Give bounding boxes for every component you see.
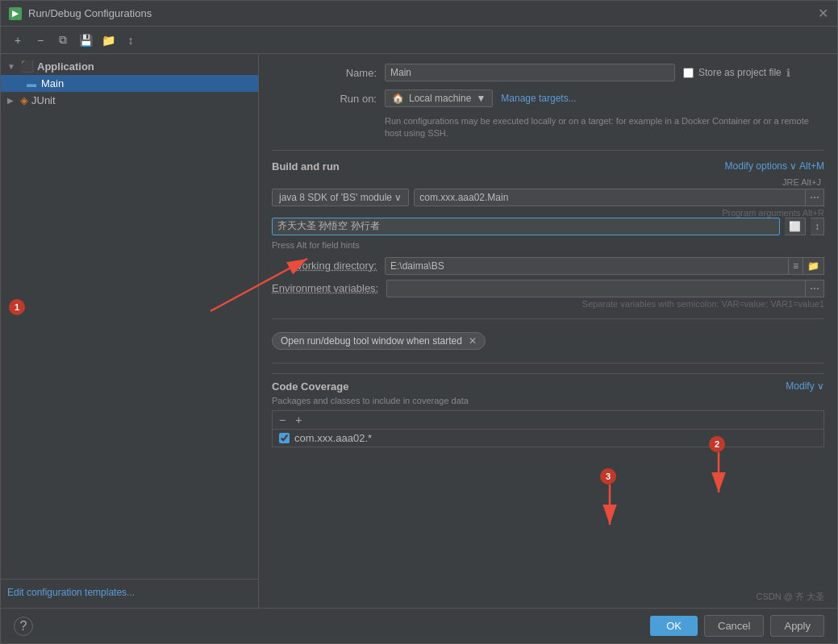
remove-config-button[interactable]: −	[31, 31, 49, 49]
save-config-button[interactable]: 💾	[77, 31, 94, 49]
program-args-hint-label: Program arguments Alt+R	[722, 208, 824, 218]
java-sdk-dropdown[interactable]: java 8 SDK of 'BS' module ∨	[272, 189, 409, 206]
footer-left: ?	[14, 617, 33, 636]
home-icon: 🏠	[392, 93, 404, 104]
env-vars-label: Environment variables:	[272, 282, 378, 294]
run-on-description: Run configurations may be executed local…	[385, 115, 824, 140]
sort-config-button[interactable]: ↕	[122, 31, 140, 49]
store-info-icon: ℹ	[786, 67, 790, 79]
close-button[interactable]: ✕	[816, 7, 829, 20]
sidebar-item-main[interactable]: ▬ Main	[1, 75, 258, 92]
dropdown-arrow-icon: ▼	[476, 93, 486, 104]
coverage-remove-button[interactable]: −	[277, 413, 287, 426]
sidebar-item-junit[interactable]: ▶ ◈ JUnit	[1, 92, 258, 109]
jre-hint-label: JRE Alt+J	[779, 177, 824, 187]
open-tool-window-close-button[interactable]: ✕	[469, 335, 477, 347]
store-project-label: Store as project file	[698, 67, 782, 78]
coverage-modify-link[interactable]: Modify ∨	[786, 380, 824, 392]
run-on-row: Run on: 🏠 Local machine ▼ Manage targets…	[272, 89, 824, 107]
folder-config-button[interactable]: 📁	[99, 31, 117, 49]
sidebar-junit-label: JUnit	[31, 94, 56, 106]
run-on-label: Run on:	[272, 93, 377, 105]
coverage-header: Code Coverage Modify ∨	[272, 380, 824, 393]
manage-targets-link[interactable]: Manage targets...	[501, 93, 576, 104]
working-dir-row: Working directory: ≡ 📁	[272, 257, 824, 275]
coverage-entry-label: com.xxx.aaa02.*	[294, 432, 372, 444]
working-dir-macro-button[interactable]: ≡	[789, 257, 803, 275]
env-vars-wrapper: ⋯	[386, 280, 824, 297]
junit-icon: ◈	[20, 94, 28, 106]
cancel-button[interactable]: Cancel	[704, 615, 764, 637]
modify-options-link[interactable]: Modify options ∨ Alt+M	[725, 160, 824, 172]
build-run-header: Build and run Modify options ∨ Alt+M	[272, 160, 824, 172]
name-input[interactable]	[385, 64, 675, 81]
open-tool-window-label: Open run/debug tool window when started	[281, 335, 462, 347]
java-main-row: java 8 SDK of 'BS' module ∨ ⋯	[272, 189, 824, 206]
help-button[interactable]: ?	[14, 617, 33, 636]
code-coverage-section: Code Coverage Modify ∨ Packages and clas…	[272, 373, 824, 447]
sidebar-application-label: Application	[37, 60, 94, 73]
press-alt-hint-row: Press Alt for field hints	[272, 239, 824, 251]
coverage-add-button[interactable]: +	[294, 413, 303, 426]
coverage-toolbar: − +	[273, 411, 823, 430]
title-bar: ▶ Run/Debug Configurations ✕	[1, 1, 837, 27]
add-config-button[interactable]: +	[9, 31, 27, 49]
program-args-input[interactable]	[272, 218, 780, 235]
open-tool-window-chip: Open run/debug tool window when started …	[272, 332, 486, 350]
sidebar: ▼ ⬛ Application ▬ Main ▶ ◈ JUnit 1	[1, 54, 259, 608]
env-vars-hint: Separate variables with semicolon: VAR=v…	[272, 299, 824, 309]
main-class-input[interactable]	[414, 189, 806, 206]
badge-2: 2	[709, 436, 725, 452]
program-args-row: ⬜ ↕	[272, 218, 824, 235]
store-as-project-row: Store as project file ℹ	[683, 67, 790, 79]
name-label: Name:	[272, 67, 377, 79]
build-run-section: Build and run Modify options ∨ Alt+M JRE…	[272, 160, 824, 309]
run-on-dropdown[interactable]: 🏠 Local machine ▼	[385, 89, 493, 107]
section-separator-2	[272, 318, 824, 319]
press-alt-hint-text: Press Alt for field hints	[272, 240, 360, 250]
toolbar: + − ⧉ 💾 📁 ↕	[1, 27, 837, 54]
junit-expand-arrow: ▶	[7, 96, 17, 105]
main-item-icon: ▬	[27, 78, 36, 89]
program-args-expand-button[interactable]: ⬜	[785, 218, 806, 235]
jre-hint-row: JRE Alt+J	[272, 177, 824, 187]
env-vars-browse-button[interactable]: ⋯	[806, 280, 824, 297]
edit-templates-link[interactable]: Edit configuration templates...	[7, 587, 135, 598]
badge-1: 1	[9, 299, 25, 315]
title-bar-left: ▶ Run/Debug Configurations	[9, 7, 152, 20]
open-tool-window-row: Open run/debug tool window when started …	[272, 332, 824, 350]
main-class-browse-button[interactable]: ⋯	[806, 189, 824, 206]
working-dir-browse-button[interactable]: 📁	[803, 257, 824, 275]
sidebar-bottom: Edit configuration templates...	[1, 579, 258, 605]
copy-config-button[interactable]: ⧉	[54, 31, 72, 49]
tree-expand-arrow: ▼	[7, 62, 17, 71]
app-icon: ▶	[9, 7, 22, 20]
program-args-multiline-button[interactable]: ↕	[811, 218, 824, 235]
dialog-window: ▶ Run/Debug Configurations ✕ + − ⧉ 💾 📁 ↕…	[0, 0, 838, 644]
sidebar-tree: ▼ ⬛ Application ▬ Main ▶ ◈ JUnit 1	[1, 57, 258, 579]
main-content: ▼ ⬛ Application ▬ Main ▶ ◈ JUnit 1	[1, 54, 837, 608]
footer: ? OK Cancel Apply	[1, 608, 837, 643]
coverage-entry-checkbox[interactable]	[279, 433, 290, 443]
sidebar-main-label: Main	[41, 77, 64, 89]
coverage-title: Code Coverage	[272, 380, 348, 393]
env-vars-input[interactable]	[386, 280, 806, 297]
application-icon: ⬛	[20, 60, 34, 73]
program-args-hint-row: Program arguments Alt+R	[272, 208, 824, 218]
coverage-desc: Packages and classes to include in cover…	[272, 396, 824, 405]
sidebar-item-application[interactable]: ▼ ⬛ Application	[1, 57, 258, 75]
store-project-checkbox[interactable]	[683, 68, 694, 78]
window-title: Run/Debug Configurations	[28, 7, 152, 19]
working-dir-wrapper: ≡ 📁	[385, 257, 824, 275]
build-run-title: Build and run	[272, 160, 340, 172]
section-separator-1	[272, 150, 824, 151]
ok-button[interactable]: OK	[650, 616, 698, 636]
local-machine-label: Local machine	[409, 93, 471, 104]
config-panel: Name: Store as project file ℹ Run on: 🏠 …	[259, 54, 837, 608]
badge-3: 3	[600, 468, 616, 484]
working-dir-input[interactable]	[385, 257, 789, 275]
coverage-table: − + com.xxx.aaa02.*	[272, 410, 824, 447]
main-class-wrapper: ⋯	[414, 189, 824, 206]
apply-button[interactable]: Apply	[770, 615, 824, 637]
java-sdk-label: java 8 SDK of 'BS' module ∨	[279, 192, 402, 203]
